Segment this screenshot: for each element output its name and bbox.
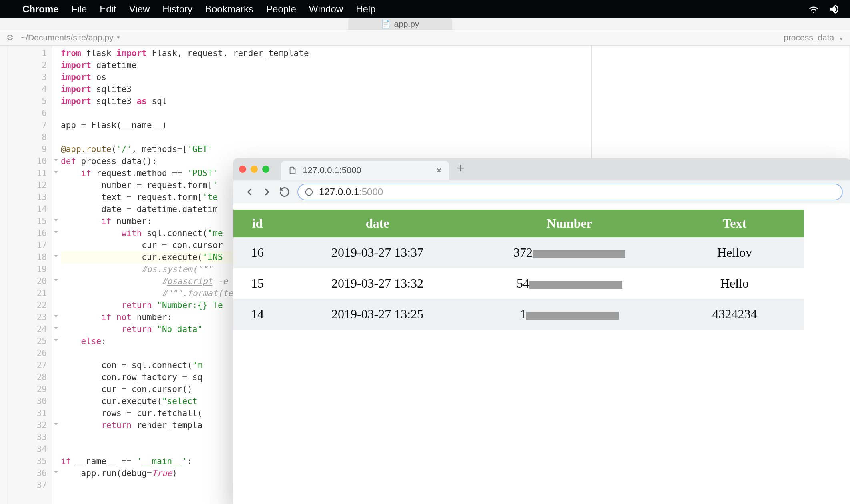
reload-button[interactable] <box>276 186 293 198</box>
close-tab-icon[interactable]: × <box>436 165 442 176</box>
table-row: 142019-03-27 13:2514324234 <box>233 299 804 330</box>
cell-text: Hellov <box>666 237 804 268</box>
code-line[interactable] <box>61 131 309 143</box>
cell-number: 372 <box>473 237 666 268</box>
browser-tab[interactable]: 127.0.0.1:5000 × <box>281 161 449 180</box>
data-table: id date Number Text 162019-03-27 13:3737… <box>233 210 804 330</box>
menu-history[interactable]: History <box>162 4 192 15</box>
mac-menubar: Chrome File Edit View History Bookmarks … <box>0 0 850 18</box>
new-tab-button[interactable]: + <box>457 161 465 176</box>
browser-window: 127.0.0.1:5000 × + 127.0.0.1:5000 id dat <box>233 158 850 504</box>
cell-number: 1 <box>473 299 666 330</box>
menu-file[interactable]: File <box>72 4 87 15</box>
code-line[interactable]: import datetime <box>61 59 309 71</box>
volume-icon[interactable] <box>828 3 840 15</box>
menu-help[interactable]: Help <box>356 4 375 15</box>
redacted-number <box>533 250 625 258</box>
cell-text: Hello <box>666 268 804 299</box>
zoom-window-button[interactable] <box>262 166 269 173</box>
table-header-row: id date Number Text <box>233 210 804 237</box>
address-bar[interactable]: 127.0.0.1:5000 <box>297 184 843 200</box>
gear-icon[interactable]: ⚙ <box>6 33 14 42</box>
document-icon: 📄 <box>381 20 391 29</box>
wifi-icon[interactable] <box>808 3 820 15</box>
menu-bookmarks[interactable]: Bookmarks <box>205 4 253 15</box>
menu-edit[interactable]: Edit <box>100 4 116 15</box>
menubar-app-name[interactable]: Chrome <box>22 4 59 15</box>
editor-tab[interactable]: 📄 app.py <box>348 18 452 30</box>
code-line[interactable] <box>61 107 309 119</box>
fold-strip <box>0 46 8 504</box>
cell-number: 54 <box>473 268 666 299</box>
col-date: date <box>281 210 473 237</box>
chevron-down-icon[interactable]: ▼ <box>116 35 121 40</box>
chevron-down-icon[interactable]: ▼ <box>839 36 844 42</box>
table-row: 162019-03-27 13:37372Hellov <box>233 237 804 268</box>
code-line[interactable]: @app.route('/', methods=['GET' <box>61 143 309 155</box>
redacted-number <box>526 312 619 320</box>
editor-topbar: ⚙ ~/Documents/site/app.py ▼ process_data… <box>0 30 850 46</box>
redacted-number <box>529 281 622 289</box>
browser-tabstrip: 127.0.0.1:5000 × + <box>233 158 850 180</box>
menu-view[interactable]: View <box>129 4 150 15</box>
menu-window[interactable]: Window <box>309 4 343 15</box>
breadcrumb[interactable]: ~/Documents/site/app.py <box>21 33 114 42</box>
cell-text: 4324234 <box>666 299 804 330</box>
forward-button[interactable] <box>258 186 276 198</box>
close-window-button[interactable] <box>239 166 246 173</box>
menu-people[interactable]: People <box>266 4 296 15</box>
url-port: :5000 <box>359 186 383 198</box>
window-controls <box>239 158 274 180</box>
cell-date: 2019-03-27 13:37 <box>281 237 473 268</box>
line-gutter: 1234567891011121314151617181920212223242… <box>8 46 52 504</box>
cell-date: 2019-03-27 13:32 <box>281 268 473 299</box>
browser-toolbar: 127.0.0.1:5000 <box>233 180 850 203</box>
back-button[interactable] <box>241 186 258 198</box>
favicon-default-icon <box>288 166 297 175</box>
site-info-icon[interactable] <box>305 188 313 196</box>
editor-tab-title: app.py <box>394 19 419 29</box>
cell-id: 16 <box>233 237 281 268</box>
cell-id: 14 <box>233 299 281 330</box>
col-number: Number <box>473 210 666 237</box>
minimize-window-button[interactable] <box>251 166 258 173</box>
page-content: id date Number Text 162019-03-27 13:3737… <box>233 203 850 330</box>
col-text: Text <box>666 210 804 237</box>
symbol-indicator[interactable]: process_data <box>784 33 834 42</box>
table-row: 152019-03-27 13:3254Hello <box>233 268 804 299</box>
code-line[interactable]: import sqlite3 as sql <box>61 95 309 107</box>
url-host: 127.0.0.1 <box>319 186 359 198</box>
code-line[interactable]: import sqlite3 <box>61 83 309 95</box>
col-id: id <box>233 210 281 237</box>
cell-id: 15 <box>233 268 281 299</box>
code-line[interactable]: from flask import Flask, request, render… <box>61 47 309 59</box>
browser-tab-title: 127.0.0.1:5000 <box>303 165 436 176</box>
cell-date: 2019-03-27 13:25 <box>281 299 473 330</box>
code-line[interactable]: app = Flask(__name__) <box>61 119 309 131</box>
code-line[interactable]: import os <box>61 71 309 83</box>
